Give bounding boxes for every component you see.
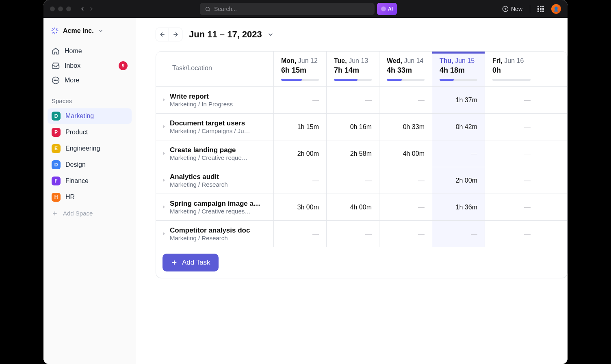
home-icon — [52, 47, 60, 55]
task-cell[interactable]: Write report Marketing / In Progress — [156, 87, 274, 113]
space-item-product[interactable]: P Product — [48, 125, 132, 140]
new-button[interactable]: New — [502, 6, 522, 12]
space-name: Engineering — [65, 145, 100, 152]
task-path: Marketing / Research — [170, 181, 228, 188]
space-item-marketing[interactable]: D Marketing — [48, 108, 132, 124]
day-bar — [387, 79, 425, 81]
time-cell[interactable]: — — [327, 221, 379, 247]
space-name: Design — [65, 161, 86, 168]
sheet-footer: Add Task — [156, 247, 567, 278]
add-task-button[interactable]: Add Task — [162, 254, 219, 271]
nav-home[interactable]: Home — [48, 44, 132, 58]
day-header[interactable]: Mon, Jun 12 6h 15m — [274, 52, 327, 86]
traffic-minimize[interactable] — [58, 6, 63, 11]
expand-icon[interactable] — [162, 177, 167, 184]
time-cell[interactable]: — — [485, 114, 538, 140]
user-avatar[interactable]: 👤 — [551, 4, 561, 14]
chevron-down-icon — [267, 31, 274, 38]
back-icon[interactable] — [79, 6, 86, 12]
search-icon — [205, 6, 211, 12]
task-cell[interactable]: Analytics audit Marketing / Research — [156, 167, 274, 194]
sheet-header: Task/Location Mon, Jun 12 6h 15m Tue, Ju… — [156, 52, 567, 87]
expand-icon[interactable] — [162, 97, 167, 104]
time-cell[interactable]: 0h 42m — [432, 114, 485, 140]
time-cell[interactable]: — — [432, 140, 485, 167]
time-cell[interactable]: — — [379, 221, 432, 247]
nav-inbox[interactable]: Inbox 9 — [48, 58, 132, 73]
day-header[interactable]: Tue, Jun 13 7h 14m — [327, 52, 379, 86]
time-cell[interactable]: — — [274, 87, 327, 113]
time-cell[interactable]: — — [432, 221, 485, 247]
task-cell[interactable]: Document target users Marketing / Campai… — [156, 114, 274, 140]
workspace-switcher[interactable]: Acme Inc. — [43, 24, 136, 41]
time-cell[interactable]: 2h 58m — [327, 140, 379, 167]
time-cell[interactable]: — — [379, 167, 432, 194]
forward-icon[interactable] — [88, 6, 95, 12]
ai-icon — [381, 6, 386, 11]
time-cell[interactable]: 1h 37m — [432, 87, 485, 113]
svg-line-10 — [56, 32, 57, 33]
svg-line-9 — [52, 28, 54, 30]
time-cell[interactable]: 1h 36m — [432, 194, 485, 220]
svg-point-0 — [206, 7, 209, 11]
task-cell[interactable]: Spring campaign image a… Marketing / Cre… — [156, 194, 274, 220]
day-header[interactable]: Wed, Jun 14 4h 33m — [379, 52, 432, 86]
svg-marker-25 — [163, 205, 165, 208]
space-item-engineering[interactable]: E Engineering — [48, 141, 132, 156]
task-row: Spring campaign image a… Marketing / Cre… — [156, 194, 567, 221]
day-bar — [281, 79, 319, 81]
space-item-finance[interactable]: F Finance — [48, 173, 132, 189]
day-header[interactable]: Thu, Jun 15 4h 18m — [432, 52, 485, 86]
time-cell[interactable]: — — [379, 194, 432, 220]
apps-icon[interactable] — [537, 6, 544, 12]
time-cell[interactable]: — — [485, 221, 538, 247]
nav-more[interactable]: More — [48, 73, 132, 88]
time-cell[interactable]: — — [327, 167, 379, 194]
time-cell[interactable]: — — [327, 87, 379, 113]
svg-point-15 — [55, 80, 56, 81]
add-space-button[interactable]: Add Space — [43, 206, 136, 221]
day-total: 6h 15m — [281, 66, 319, 75]
task-path: Marketing / Creative reque… — [170, 154, 248, 161]
task-cell[interactable]: Competitor analysis doc Marketing / Rese… — [156, 221, 274, 247]
time-cell[interactable]: 3h 00m — [274, 194, 327, 220]
nav-section: Home Inbox 9 More — [43, 41, 136, 90]
space-item-design[interactable]: D Design — [48, 157, 132, 172]
search-placeholder: Search... — [214, 6, 237, 12]
time-cell[interactable]: — — [274, 167, 327, 194]
traffic-close[interactable] — [50, 6, 55, 11]
time-cell[interactable]: — — [485, 167, 538, 194]
task-cell[interactable]: Create landing page Marketing / Creative… — [156, 140, 274, 167]
time-cell[interactable]: — — [379, 87, 432, 113]
time-cell[interactable]: — — [274, 221, 327, 247]
expand-icon[interactable] — [162, 204, 167, 211]
time-cell[interactable]: — — [485, 140, 538, 167]
time-cell[interactable]: 1h 15m — [274, 114, 327, 140]
search-input[interactable]: Search... — [200, 3, 375, 15]
time-cell[interactable]: 4h 00m — [327, 194, 379, 220]
task-row: Analytics audit Marketing / Research ———… — [156, 167, 567, 194]
time-cell[interactable]: 0h 16m — [327, 114, 379, 140]
task-path: Marketing / Research — [170, 235, 250, 241]
time-cell[interactable]: — — [485, 87, 538, 113]
date-range-label: Jun 11 – 17, 2023 — [189, 29, 262, 40]
task-title: Analytics audit — [170, 173, 228, 181]
ai-button[interactable]: AI — [377, 3, 397, 15]
time-cell[interactable]: — — [485, 194, 538, 220]
task-location-header: Task/Location — [156, 52, 274, 86]
day-header[interactable]: Fri, Jun 16 0h — [485, 52, 538, 86]
expand-icon[interactable] — [162, 123, 167, 131]
expand-icon[interactable] — [162, 150, 167, 157]
time-cell[interactable]: 4h 00m — [379, 140, 432, 167]
time-cell[interactable]: 2h 00m — [432, 167, 485, 194]
space-item-hr[interactable]: H HR — [48, 190, 132, 205]
time-cell[interactable]: 2h 00m — [274, 140, 327, 167]
date-range-picker[interactable]: Jun 11 – 17, 2023 — [189, 29, 274, 40]
expand-icon[interactable] — [162, 230, 167, 238]
spaces-list: D Marketing P Product E Engineering D De… — [43, 108, 136, 205]
search-wrap: Search... AI — [100, 3, 497, 15]
traffic-maximize[interactable] — [66, 6, 71, 11]
prev-week-button[interactable] — [156, 28, 169, 41]
time-cell[interactable]: 0h 33m — [379, 114, 432, 140]
next-week-button[interactable] — [169, 28, 182, 41]
